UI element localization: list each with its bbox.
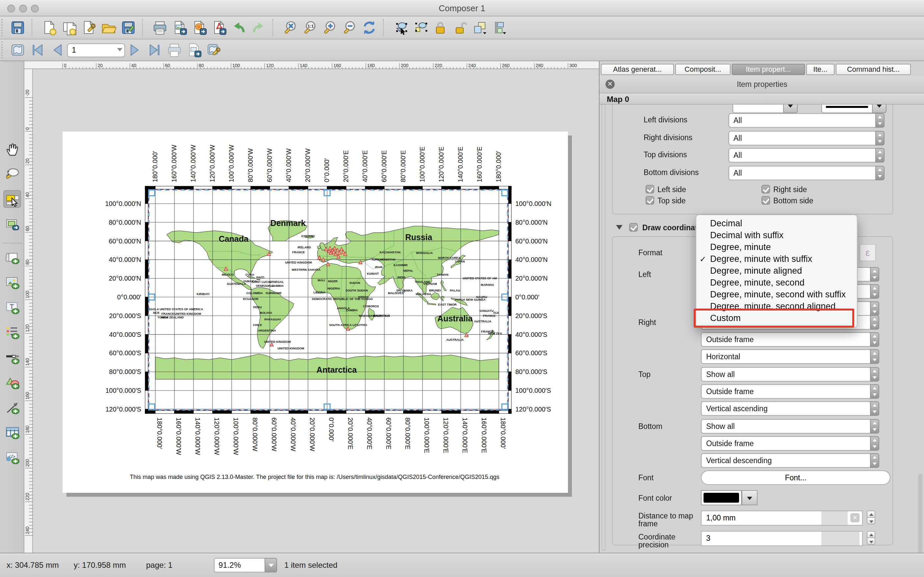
clear-icon[interactable]: ✕ <box>850 513 859 522</box>
zoom-11-button[interactable]: 1:1 <box>300 18 320 37</box>
select-item-button[interactable] <box>391 18 411 37</box>
precision-input[interactable]: 3 <box>701 531 863 546</box>
svg-text:120: 120 <box>25 324 30 332</box>
zoom-full-button[interactable] <box>281 18 300 37</box>
addpaper-button[interactable] <box>3 248 21 266</box>
prev-button[interactable] <box>47 41 67 59</box>
addimg-button[interactable] <box>3 273 21 291</box>
addtable-button[interactable] <box>3 423 21 441</box>
coord-combo[interactable]: Show all <box>701 367 879 382</box>
coord-combo[interactable]: Vertical descending <box>701 453 879 468</box>
font-button[interactable]: Font... <box>701 471 890 485</box>
atlas-preview-button[interactable] <box>8 41 27 59</box>
coord-combo[interactable]: Outside frame <box>701 436 879 451</box>
export-atlas-button[interactable] <box>184 41 204 59</box>
menu-item[interactable]: Degree, minute <box>696 242 857 253</box>
addlabel-button[interactable]: T <box>3 298 21 316</box>
svg-text:120°0.000′S: 120°0.000′S <box>515 405 551 413</box>
tab-itempropert[interactable]: Item propert... <box>732 64 805 75</box>
print-atlas-button[interactable] <box>164 41 184 59</box>
line-style-combo[interactable] <box>821 105 886 113</box>
refresh-button[interactable] <box>360 18 379 37</box>
zoom-select-button[interactable] <box>264 558 277 572</box>
tab-commandhist[interactable]: Command hist... <box>836 64 911 75</box>
redo-button[interactable] <box>249 18 269 37</box>
right-side-checkbox[interactable] <box>761 185 770 193</box>
font-color-dropdown[interactable] <box>742 490 758 505</box>
lock-button[interactable] <box>431 18 450 37</box>
align-button[interactable] <box>490 18 510 37</box>
save-project-button[interactable] <box>118 18 138 37</box>
tab-composit[interactable]: Composit... <box>675 64 730 75</box>
next-button[interactable] <box>125 41 145 59</box>
top-side-checkbox[interactable] <box>646 196 654 205</box>
tab-ite[interactable]: Ite... <box>806 64 834 75</box>
menu-item[interactable]: Degree, minute, second with suffix <box>696 289 857 301</box>
coord-combo[interactable]: Outside frame <box>701 332 879 347</box>
export-img-button[interactable] <box>170 18 190 37</box>
menu-item[interactable]: Decimal with suffix <box>696 230 857 242</box>
frame-style-combo[interactable] <box>732 105 797 113</box>
coord-combo[interactable]: Show all <box>701 419 879 434</box>
hand-button[interactable] <box>3 140 21 158</box>
menu-item[interactable]: Degree, minute aligned <box>696 265 857 277</box>
draw-coordinates-checkbox[interactable] <box>629 223 638 232</box>
division-combo[interactable]: All <box>728 148 884 163</box>
svg-text:60°0.000′S: 60°0.000′S <box>109 349 141 356</box>
composition-page[interactable]: ICELANDIRELANDFRANCEUNITED KINGDOMWESTER… <box>63 131 568 492</box>
collapse-triangle-icon[interactable] <box>616 225 622 230</box>
svg-text:SOUTH AFRICA LESOTHO: SOUTH AFRICA LESOTHO <box>329 323 367 326</box>
save-button[interactable] <box>8 18 27 37</box>
selecttool-button[interactable] <box>3 190 21 208</box>
new-comp-button[interactable] <box>39 18 59 37</box>
zoom-out-button[interactable] <box>340 18 360 37</box>
addhtml-button[interactable]: </> <box>3 448 21 466</box>
undo-button[interactable] <box>229 18 249 37</box>
svg-text:180°0.000′: 180°0.000′ <box>500 417 507 448</box>
print-button[interactable] <box>150 18 170 37</box>
move-content-button[interactable] <box>411 18 431 37</box>
tab-atlasgenerat[interactable]: Atlas generat... <box>601 64 674 75</box>
menu-item[interactable]: Degree, minute, second <box>696 277 857 289</box>
zoomtool-button[interactable] <box>3 165 21 183</box>
export-svg-button[interactable] <box>190 18 209 37</box>
menu-item[interactable]: ✓Degree, minute with suffix <box>696 253 857 265</box>
svg-text:ARGENTINA: ARGENTINA <box>258 329 276 332</box>
first-button[interactable] <box>27 41 47 59</box>
bottom-side-checkbox[interactable] <box>761 196 770 205</box>
raise-button[interactable] <box>470 18 490 37</box>
distance-input[interactable]: 1,00 mm✕ <box>701 511 863 526</box>
menu-item[interactable]: Decimal <box>696 218 857 230</box>
export-pdf-button[interactable] <box>209 18 229 37</box>
addlegend-button[interactable] <box>3 323 21 341</box>
coord-combo[interactable]: Outside frame <box>701 384 879 399</box>
unlock-button[interactable] <box>450 18 470 37</box>
left-side-checkbox[interactable] <box>646 185 654 193</box>
title-bar[interactable]: Composer 1 <box>0 0 924 16</box>
last-button[interactable] <box>145 41 164 59</box>
movecontenttool-button[interactable] <box>3 215 21 233</box>
svg-text:60°0.000′N: 60°0.000′N <box>109 237 142 244</box>
svg-text:HAITI: HAITI <box>256 276 264 279</box>
manage-comp-button[interactable] <box>79 18 99 37</box>
atlas-page-input[interactable]: 1 <box>67 43 125 57</box>
composition-viewport[interactable]: ICELANDIRELANDFRANCEUNITED KINGDOMWESTER… <box>33 69 599 553</box>
dup-comp-button[interactable] <box>59 18 79 37</box>
data-defined-override-button[interactable]: ε <box>859 244 876 261</box>
zoom-in-button[interactable] <box>320 18 340 37</box>
division-combo[interactable]: All <box>728 131 884 145</box>
coord-combo[interactable]: Vertical ascending <box>701 401 879 416</box>
panel-scroll-area[interactable]: Left divisionsAllRight divisionsAllTop d… <box>600 105 924 553</box>
svg-text:MALI: MALI <box>318 278 325 282</box>
zoom-level-select[interactable]: 91.2% <box>214 558 277 572</box>
open-button[interactable] <box>99 18 118 37</box>
addarrow-button[interactable] <box>3 398 21 416</box>
addshape-button[interactable] <box>3 373 21 391</box>
division-label: Right divisions <box>643 133 692 141</box>
addscalebar-button[interactable] <box>3 348 21 366</box>
coord-combo[interactable]: Horizontal <box>701 349 879 364</box>
atlas-cfg-button[interactable] <box>204 41 224 59</box>
division-combo[interactable]: All <box>728 113 884 127</box>
division-combo[interactable]: All <box>728 166 884 180</box>
font-color-well[interactable] <box>701 490 742 505</box>
